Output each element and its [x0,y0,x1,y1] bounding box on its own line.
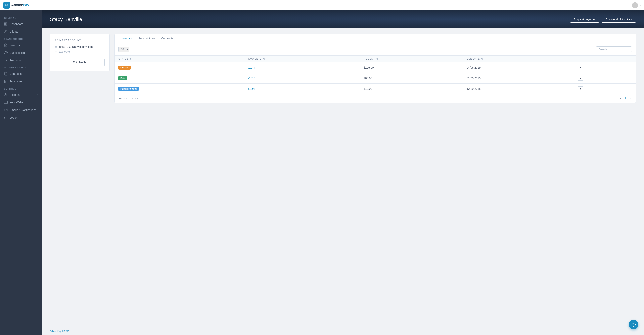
invoice-link[interactable]: #1010 [248,77,255,80]
cell-due-date: 01/09/2019 [462,73,574,83]
sidebar-item-transfers-label: Transfers [10,59,21,62]
sidebar-item-dashboard[interactable]: Dashboard [0,20,42,28]
sidebar-item-templates[interactable]: Templates [0,78,42,85]
sidebar-item-account[interactable]: Account ‹ [0,91,42,99]
account-card-title: PRIMARY ACCOUNT [55,39,104,41]
col-due-date[interactable]: DUE DATE ⇅ [462,55,574,62]
account-client-id-row: ⊟ No client ID [55,50,104,53]
sidebar-item-clients-label: Clients [10,30,18,33]
transfers-icon [4,58,8,62]
search-input[interactable] [596,46,632,52]
cell-status: Partial Refund [114,83,244,94]
tabs-panel: Invoices Subscriptions Contracts 10 25 5… [114,34,636,103]
sidebar-item-logoff[interactable]: Log off [0,114,42,121]
pagination: ‹ 1 › [619,96,632,100]
logo-pay: Pay [23,3,29,7]
account-collapse-icon: ‹ [37,94,38,96]
menu-dots-button[interactable]: ⋮ [32,2,38,8]
sidebar-item-templates-label: Templates [10,80,22,83]
table-row: Unpaid #1044 $125.00 04/06/2019 ▾ [114,62,636,73]
sidebar-item-account-left: Account [4,93,20,97]
sidebar-item-account-label: Account [10,93,20,96]
invoice-link[interactable]: #1044 [248,66,255,69]
cell-action: ▾ [574,83,636,94]
logo: AP AdvicePay [3,2,29,8]
invoice-link[interactable]: #1003 [248,87,255,90]
col-invoice-id[interactable]: INVOICE ID ⇅ [244,55,360,62]
file-text-icon [4,43,8,47]
col-amount[interactable]: AMOUNT ⇅ [360,55,462,62]
top-bar-right: ▾ [632,2,641,8]
footer-link[interactable]: AdvicePay © 2019 [50,330,70,333]
sidebar-item-emails-notifications[interactable]: Emails & Notifications [0,106,42,114]
sidebar-item-clients[interactable]: Clients [0,28,42,35]
per-page-select[interactable]: 10 25 50 [118,46,129,52]
table-controls: 10 25 50 [114,43,636,55]
svg-rect-0 [4,23,6,24]
col-status[interactable]: STATUS ⇅ [114,55,244,62]
sidebar-item-contracts-label: Contracts [10,72,22,75]
contracts-icon [4,72,8,76]
account-card: PRIMARY ACCOUNT ✉ erika+252@advicepay.co… [50,34,110,71]
user-avatar [632,2,638,8]
prev-page-button[interactable]: ‹ [619,96,622,100]
wallet-icon [4,101,8,104]
sidebar-section-general: GENERAL [0,14,42,20]
cell-amount: $125.00 [360,62,462,73]
row-action-button[interactable]: ▾ [578,65,583,70]
row-action-button[interactable]: ▾ [578,86,583,91]
row-action-button[interactable]: ▾ [578,76,583,81]
svg-rect-12 [4,101,8,104]
sidebar-section-document-vault: DOCUMENT VAULT [0,64,42,70]
logo-advice: Advice [11,3,23,7]
tab-contracts[interactable]: Contracts [158,34,176,43]
status-badge: Paid [118,76,128,80]
top-bar: AP AdvicePay ⋮ ▾ [0,0,644,10]
logo-text: AdvicePay [11,3,29,7]
cell-amount: $60.00 [360,73,462,83]
sidebar-item-subscriptions-label: Subscriptions [10,51,26,54]
sidebar-item-transfers[interactable]: Transfers [0,56,42,64]
page-header: Stacy Banville Request payment Download … [42,10,644,28]
invoices-table: STATUS ⇅ INVOICE ID ⇅ AMOUNT ⇅ DUE DATE … [114,55,636,94]
sidebar-item-contracts[interactable]: Contracts [0,70,42,78]
sort-invoice-icon: ⇅ [263,58,265,60]
cell-invoice-id: #1010 [244,73,360,83]
help-button[interactable] [629,320,638,330]
sidebar-item-subscriptions[interactable]: Subscriptions [0,49,42,56]
templates-icon [4,80,8,83]
page-body-inner: PRIMARY ACCOUNT ✉ erika+252@advicepay.co… [50,34,636,103]
tabs-header: Invoices Subscriptions Contracts [114,34,636,43]
sidebar-item-invoices-label: Invoices [10,43,20,47]
tab-subscriptions[interactable]: Subscriptions [135,34,158,43]
svg-rect-1 [6,23,7,24]
sort-status-icon: ⇅ [130,58,132,60]
download-invoices-button[interactable]: Download all invoices [602,16,636,23]
cell-action: ▾ [574,62,636,73]
sidebar-item-dashboard-label: Dashboard [10,22,23,26]
table-row: Partial Refund #1003 $40.00 12/29/2018 ▾ [114,83,636,94]
tab-invoices[interactable]: Invoices [118,34,135,43]
account-icon [4,93,8,97]
user-menu-chevron[interactable]: ▾ [640,4,641,6]
svg-rect-8 [4,80,7,83]
page-body: PRIMARY ACCOUNT ✉ erika+252@advicepay.co… [42,28,644,328]
svg-rect-2 [4,24,6,25]
content-area: Stacy Banville Request payment Download … [42,10,644,335]
sidebar-item-wallet[interactable]: Your Wallet [0,99,42,106]
cell-status: Paid [114,73,244,83]
help-icon [632,323,636,327]
table-row: Paid #1010 $60.00 01/09/2019 ▾ [114,73,636,83]
site-footer: AdvicePay © 2019 [42,328,644,335]
page-1-button[interactable]: 1 [624,96,628,100]
request-payment-button[interactable]: Request payment [570,16,600,23]
showing-text: Showing 1-3 of 3 [118,97,138,100]
edit-profile-button[interactable]: Edit Profile [55,59,104,66]
svg-point-11 [5,93,6,95]
sidebar-item-logoff-label: Log off [10,116,18,119]
cell-invoice-id: #1003 [244,83,360,94]
cell-invoice-id: #1044 [244,62,360,73]
account-email-row: ✉ erika+252@advicepay.com [55,45,104,48]
next-page-button[interactable]: › [628,96,632,100]
sidebar-item-invoices[interactable]: Invoices [0,41,42,49]
